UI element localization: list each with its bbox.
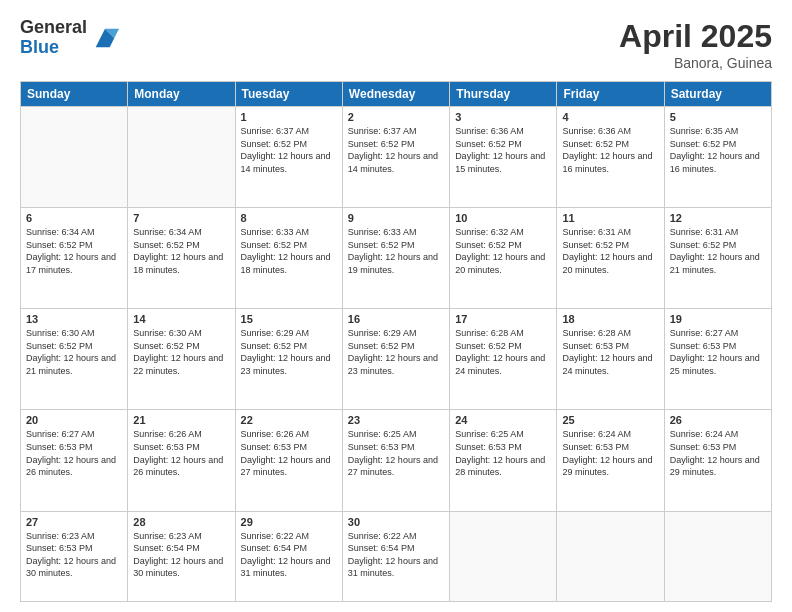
table-row: 13 Sunrise: 6:30 AMSunset: 6:52 PMDaylig… xyxy=(21,309,128,410)
page: General Blue April 2025 Banora, Guinea S… xyxy=(0,0,792,612)
day-number: 7 xyxy=(133,212,229,224)
day-number: 26 xyxy=(670,414,766,426)
table-row: 15 Sunrise: 6:29 AMSunset: 6:52 PMDaylig… xyxy=(235,309,342,410)
calendar-header-row: Sunday Monday Tuesday Wednesday Thursday… xyxy=(21,82,772,107)
table-row xyxy=(557,511,664,602)
table-row: 25 Sunrise: 6:24 AMSunset: 6:53 PMDaylig… xyxy=(557,410,664,511)
day-info: Sunrise: 6:32 AMSunset: 6:52 PMDaylight:… xyxy=(455,226,551,276)
table-row: 24 Sunrise: 6:25 AMSunset: 6:53 PMDaylig… xyxy=(450,410,557,511)
table-row: 7 Sunrise: 6:34 AMSunset: 6:52 PMDayligh… xyxy=(128,208,235,309)
table-row: 2 Sunrise: 6:37 AMSunset: 6:52 PMDayligh… xyxy=(342,107,449,208)
table-row: 1 Sunrise: 6:37 AMSunset: 6:52 PMDayligh… xyxy=(235,107,342,208)
title-section: April 2025 Banora, Guinea xyxy=(619,18,772,71)
day-info: Sunrise: 6:25 AMSunset: 6:53 PMDaylight:… xyxy=(348,428,444,478)
day-number: 29 xyxy=(241,516,337,528)
day-number: 13 xyxy=(26,313,122,325)
day-info: Sunrise: 6:22 AMSunset: 6:54 PMDaylight:… xyxy=(348,530,444,580)
day-number: 9 xyxy=(348,212,444,224)
table-row xyxy=(664,511,771,602)
table-row: 18 Sunrise: 6:28 AMSunset: 6:53 PMDaylig… xyxy=(557,309,664,410)
day-number: 12 xyxy=(670,212,766,224)
table-row: 20 Sunrise: 6:27 AMSunset: 6:53 PMDaylig… xyxy=(21,410,128,511)
day-info: Sunrise: 6:25 AMSunset: 6:53 PMDaylight:… xyxy=(455,428,551,478)
day-info: Sunrise: 6:34 AMSunset: 6:52 PMDaylight:… xyxy=(26,226,122,276)
table-row: 5 Sunrise: 6:35 AMSunset: 6:52 PMDayligh… xyxy=(664,107,771,208)
header-saturday: Saturday xyxy=(664,82,771,107)
day-number: 14 xyxy=(133,313,229,325)
day-number: 6 xyxy=(26,212,122,224)
day-info: Sunrise: 6:26 AMSunset: 6:53 PMDaylight:… xyxy=(241,428,337,478)
day-number: 5 xyxy=(670,111,766,123)
month-title: April 2025 xyxy=(619,18,772,55)
day-info: Sunrise: 6:29 AMSunset: 6:52 PMDaylight:… xyxy=(348,327,444,377)
table-row: 23 Sunrise: 6:25 AMSunset: 6:53 PMDaylig… xyxy=(342,410,449,511)
table-row: 6 Sunrise: 6:34 AMSunset: 6:52 PMDayligh… xyxy=(21,208,128,309)
day-info: Sunrise: 6:34 AMSunset: 6:52 PMDaylight:… xyxy=(133,226,229,276)
day-info: Sunrise: 6:33 AMSunset: 6:52 PMDaylight:… xyxy=(348,226,444,276)
day-number: 17 xyxy=(455,313,551,325)
table-row xyxy=(128,107,235,208)
day-number: 23 xyxy=(348,414,444,426)
table-row: 30 Sunrise: 6:22 AMSunset: 6:54 PMDaylig… xyxy=(342,511,449,602)
day-info: Sunrise: 6:27 AMSunset: 6:53 PMDaylight:… xyxy=(26,428,122,478)
table-row: 4 Sunrise: 6:36 AMSunset: 6:52 PMDayligh… xyxy=(557,107,664,208)
day-info: Sunrise: 6:37 AMSunset: 6:52 PMDaylight:… xyxy=(241,125,337,175)
header-monday: Monday xyxy=(128,82,235,107)
day-number: 15 xyxy=(241,313,337,325)
day-number: 11 xyxy=(562,212,658,224)
day-number: 10 xyxy=(455,212,551,224)
table-row: 28 Sunrise: 6:23 AMSunset: 6:54 PMDaylig… xyxy=(128,511,235,602)
day-info: Sunrise: 6:28 AMSunset: 6:52 PMDaylight:… xyxy=(455,327,551,377)
day-info: Sunrise: 6:24 AMSunset: 6:53 PMDaylight:… xyxy=(670,428,766,478)
day-info: Sunrise: 6:35 AMSunset: 6:52 PMDaylight:… xyxy=(670,125,766,175)
table-row: 17 Sunrise: 6:28 AMSunset: 6:52 PMDaylig… xyxy=(450,309,557,410)
day-info: Sunrise: 6:26 AMSunset: 6:53 PMDaylight:… xyxy=(133,428,229,478)
table-row: 27 Sunrise: 6:23 AMSunset: 6:53 PMDaylig… xyxy=(21,511,128,602)
day-number: 21 xyxy=(133,414,229,426)
logo-text: General Blue xyxy=(20,18,87,58)
day-number: 2 xyxy=(348,111,444,123)
table-row: 16 Sunrise: 6:29 AMSunset: 6:52 PMDaylig… xyxy=(342,309,449,410)
location: Banora, Guinea xyxy=(619,55,772,71)
table-row: 21 Sunrise: 6:26 AMSunset: 6:53 PMDaylig… xyxy=(128,410,235,511)
header-sunday: Sunday xyxy=(21,82,128,107)
header-thursday: Thursday xyxy=(450,82,557,107)
logo-blue: Blue xyxy=(20,38,87,58)
day-info: Sunrise: 6:36 AMSunset: 6:52 PMDaylight:… xyxy=(455,125,551,175)
day-info: Sunrise: 6:30 AMSunset: 6:52 PMDaylight:… xyxy=(26,327,122,377)
day-number: 18 xyxy=(562,313,658,325)
day-number: 4 xyxy=(562,111,658,123)
table-row: 11 Sunrise: 6:31 AMSunset: 6:52 PMDaylig… xyxy=(557,208,664,309)
table-row: 3 Sunrise: 6:36 AMSunset: 6:52 PMDayligh… xyxy=(450,107,557,208)
header-wednesday: Wednesday xyxy=(342,82,449,107)
day-number: 8 xyxy=(241,212,337,224)
day-number: 1 xyxy=(241,111,337,123)
day-info: Sunrise: 6:23 AMSunset: 6:53 PMDaylight:… xyxy=(26,530,122,580)
day-number: 27 xyxy=(26,516,122,528)
logo-icon xyxy=(91,24,119,52)
day-info: Sunrise: 6:36 AMSunset: 6:52 PMDaylight:… xyxy=(562,125,658,175)
day-number: 22 xyxy=(241,414,337,426)
day-info: Sunrise: 6:24 AMSunset: 6:53 PMDaylight:… xyxy=(562,428,658,478)
table-row: 9 Sunrise: 6:33 AMSunset: 6:52 PMDayligh… xyxy=(342,208,449,309)
table-row: 26 Sunrise: 6:24 AMSunset: 6:53 PMDaylig… xyxy=(664,410,771,511)
table-row: 29 Sunrise: 6:22 AMSunset: 6:54 PMDaylig… xyxy=(235,511,342,602)
table-row: 12 Sunrise: 6:31 AMSunset: 6:52 PMDaylig… xyxy=(664,208,771,309)
day-number: 28 xyxy=(133,516,229,528)
day-info: Sunrise: 6:22 AMSunset: 6:54 PMDaylight:… xyxy=(241,530,337,580)
table-row: 19 Sunrise: 6:27 AMSunset: 6:53 PMDaylig… xyxy=(664,309,771,410)
day-info: Sunrise: 6:27 AMSunset: 6:53 PMDaylight:… xyxy=(670,327,766,377)
day-number: 24 xyxy=(455,414,551,426)
table-row xyxy=(450,511,557,602)
day-info: Sunrise: 6:23 AMSunset: 6:54 PMDaylight:… xyxy=(133,530,229,580)
header: General Blue April 2025 Banora, Guinea xyxy=(20,18,772,71)
header-friday: Friday xyxy=(557,82,664,107)
header-tuesday: Tuesday xyxy=(235,82,342,107)
day-number: 3 xyxy=(455,111,551,123)
day-info: Sunrise: 6:31 AMSunset: 6:52 PMDaylight:… xyxy=(562,226,658,276)
day-number: 30 xyxy=(348,516,444,528)
calendar: Sunday Monday Tuesday Wednesday Thursday… xyxy=(20,81,772,602)
day-info: Sunrise: 6:29 AMSunset: 6:52 PMDaylight:… xyxy=(241,327,337,377)
day-info: Sunrise: 6:30 AMSunset: 6:52 PMDaylight:… xyxy=(133,327,229,377)
table-row xyxy=(21,107,128,208)
